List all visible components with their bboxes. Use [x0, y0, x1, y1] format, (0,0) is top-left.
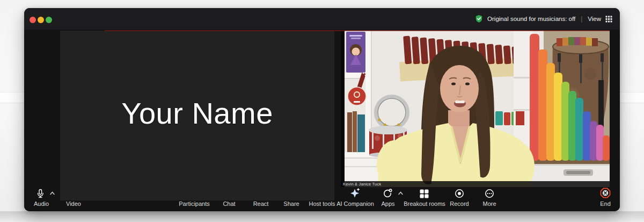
purple-book [346, 32, 365, 73]
title-bar: Original sound for musicians: off | View [24, 8, 620, 30]
close-button[interactable] [30, 17, 36, 23]
more-ellipsis-icon[interactable] [484, 188, 495, 199]
zoom-meeting-window: Original sound for musicians: off | View… [24, 8, 620, 211]
audio-chevron-up-icon[interactable] [50, 191, 55, 195]
mic-icon[interactable] [35, 188, 46, 199]
speaker-video-feed [341, 31, 610, 187]
breakout-grid-icon[interactable] [419, 189, 429, 199]
toolbar-ai-companion-button[interactable]: AI Companion [336, 200, 374, 207]
toolbar-more-button[interactable]: More [482, 200, 496, 207]
ai-sparkle-icon[interactable] [349, 187, 361, 199]
conga-strap [557, 37, 598, 46]
fullscreen-button[interactable] [46, 17, 52, 23]
original-sound-status[interactable]: Original sound for musicians: off [487, 16, 575, 22]
speaker-video-tile: Kevin & Janice Tuck [341, 31, 610, 187]
speaker-name-tag: Kevin & Janice Tuck [341, 181, 610, 187]
toolbar-participants-button[interactable]: Participants [179, 200, 209, 207]
video-left-edge [341, 31, 345, 187]
meeting-toolbar: Audio Video Participants Chat React Shar… [24, 187, 620, 211]
apps-chevron-up-icon[interactable] [398, 191, 403, 195]
toolbar-react-button[interactable]: React [253, 200, 269, 207]
minimize-button[interactable] [38, 17, 44, 23]
desktop-background-floor [0, 211, 644, 222]
toolbar-video-button[interactable]: Video [66, 200, 81, 207]
self-display-name: Your Name [121, 96, 273, 136]
toolbar-chat-button[interactable]: Chat [223, 200, 235, 207]
toolbar-end-button[interactable]: End [600, 200, 611, 207]
toolbar-audio-button[interactable]: Audio [34, 200, 49, 207]
teeth [455, 101, 465, 103]
grid-view-icon[interactable] [605, 16, 612, 23]
end-octagon-icon[interactable] [599, 187, 611, 199]
toolbar-apps-button[interactable]: Apps [381, 200, 394, 207]
toolbar-host-tools-button[interactable]: Host tools [309, 200, 335, 207]
record-icon[interactable] [454, 188, 465, 199]
toolbar-share-button[interactable]: Share [283, 200, 299, 207]
tile-top-accent-line [105, 30, 610, 31]
toolbar-record-button[interactable]: Record [450, 200, 469, 207]
self-video-tile: Your Name [60, 31, 334, 200]
eye-right [465, 82, 470, 85]
apps-ring-icon[interactable] [382, 188, 393, 199]
shelf-books [347, 111, 365, 152]
view-button[interactable]: View [588, 16, 601, 22]
titlebar-divider: | [580, 15, 583, 23]
shield-check-icon [475, 15, 483, 23]
toolbar-breakout-rooms-button[interactable]: Breakout rooms [404, 200, 445, 207]
eye-left [451, 82, 456, 85]
